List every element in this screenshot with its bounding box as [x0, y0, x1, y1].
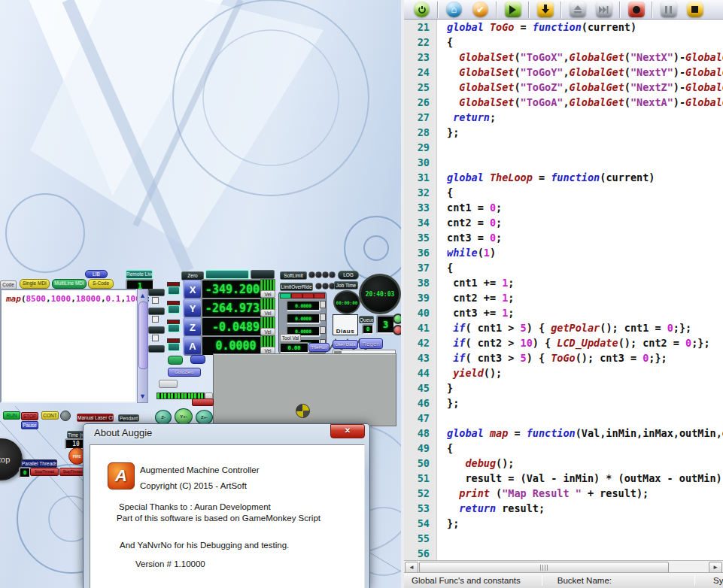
status-separator — [694, 575, 695, 586]
about-dialog: About Auggie ✕ A Augmented Machine Contr… — [83, 423, 370, 588]
pause-script-button[interactable] — [656, 2, 681, 18]
home-button[interactable]: ⌂ — [442, 2, 466, 18]
code-line: 42 if( cnt2 > 10) { LCD_Update(); cnt2 =… — [404, 335, 723, 350]
tool-val-button[interactable]: Tool Val — [280, 334, 301, 342]
stop-button[interactable]: STOP — [21, 412, 38, 420]
dialog-close-button[interactable]: ✕ — [330, 424, 365, 438]
offsets-header — [280, 293, 291, 299]
cont-button[interactable]: CONT — [41, 411, 59, 420]
mdi-editor[interactable]: map(8500,1000,18000,0.1,100); — [0, 289, 137, 403]
stop-script-button[interactable] — [682, 2, 707, 18]
axis-side-button[interactable] — [168, 305, 180, 314]
code-line: 40 cnt3 += 1; — [404, 305, 723, 320]
offset-button[interactable] — [320, 314, 326, 321]
scroll-up-icon[interactable]: ▲ — [138, 291, 147, 300]
vel-meter — [260, 298, 275, 310]
limit-led — [308, 271, 315, 278]
code-line: 46}; — [404, 396, 723, 411]
stop-thread-button[interactable]: StopThread — [30, 468, 59, 476]
user-data-button[interactable]: User Data — [333, 340, 358, 349]
script-editor-panel: ⌂ ✔ — [401, 0, 723, 588]
threads-count-display: 0 — [19, 467, 31, 478]
close-icon: ✕ — [345, 426, 351, 435]
lib-button[interactable]: LIB — [85, 270, 108, 278]
pause-button[interactable]: Pause — [21, 421, 38, 429]
mini-button[interactable] — [148, 345, 165, 353]
mini-toggle[interactable] — [152, 297, 159, 304]
mini-button[interactable] — [148, 289, 165, 296]
vel-button[interactable]: Vel — [260, 290, 275, 298]
axis-button-x[interactable]: X — [183, 280, 202, 299]
power-button[interactable] — [409, 2, 434, 18]
limitoverride-button[interactable]: LimitOverRide — [280, 283, 313, 291]
line-number: 56 — [404, 546, 437, 561]
axis-button-z[interactable]: Z — [183, 317, 202, 337]
confirm-button[interactable]: ✔ — [468, 2, 493, 18]
dialog-title: About Auggie — [94, 427, 152, 438]
line-number: 34 — [404, 215, 437, 230]
stop-thread-button[interactable]: StopThread — [59, 468, 86, 476]
vel-button[interactable]: Vel — [260, 309, 275, 317]
about-version: Version # 1.10000 — [135, 559, 205, 568]
download-button[interactable] — [533, 2, 557, 18]
line-number: 22 — [404, 35, 437, 50]
skip-forward-button[interactable] — [591, 2, 616, 18]
mini-button[interactable] — [168, 356, 183, 365]
vel-button[interactable]: Vel — [260, 328, 275, 335]
line-number: 31 — [404, 170, 437, 185]
red-indicator-button[interactable] — [393, 325, 401, 335]
goto-zero-button[interactable]: GotoZero — [168, 368, 201, 377]
down-arrow-icon — [537, 2, 554, 17]
scode-button[interactable]: S-Code — [88, 279, 114, 289]
queue-button[interactable]: Queue — [359, 316, 374, 323]
mini-button[interactable] — [192, 399, 214, 406]
mini-button[interactable] — [205, 270, 249, 279]
jog-knob-y[interactable]: Y+- — [175, 408, 193, 425]
line-number: 43 — [404, 350, 437, 365]
multiline-mdi-button[interactable]: MultiLine MDI — [52, 279, 87, 289]
mini-button[interactable] — [190, 355, 205, 364]
mini-button[interactable] — [251, 270, 275, 279]
statusbar: Global Func's and constants Bucket Name:… — [404, 572, 723, 588]
log-button[interactable]: LOG — [338, 271, 359, 280]
axis-side-button[interactable] — [168, 286, 180, 295]
code-line: 28}; — [404, 125, 723, 140]
limit-led — [322, 271, 329, 278]
axis-button-y[interactable]: Y — [183, 299, 202, 318]
line-number: 32 — [404, 185, 437, 200]
record-button[interactable] — [624, 2, 649, 18]
softlimit-button[interactable]: SoftLimit — [280, 271, 307, 280]
run-button[interactable]: RUN — [3, 411, 20, 420]
regen-button[interactable]: Regen — [359, 338, 383, 349]
tool-val-display: 0.00 — [279, 342, 309, 353]
eject-button[interactable] — [565, 2, 590, 18]
offset-button[interactable] — [320, 326, 326, 334]
code-line: 47 — [404, 411, 723, 426]
mini-button[interactable] — [148, 308, 165, 315]
horizontal-scrollbar[interactable]: ◄ ► — [404, 560, 723, 573]
axis-button-a[interactable]: A — [183, 336, 202, 356]
pendant-button[interactable]: Pendant — [118, 414, 139, 422]
code-line: 29 — [404, 140, 723, 155]
jog-knob-z-minus[interactable]: Z- — [155, 410, 172, 425]
mini-button[interactable] — [148, 326, 165, 334]
code-editor[interactable]: 21global ToGo = function(current)22{23 G… — [404, 20, 723, 561]
offsets-header — [314, 293, 325, 299]
jog-knob-z-plus[interactable]: Z+- — [196, 410, 213, 425]
run-script-button[interactable] — [500, 2, 525, 18]
single-mdi-button[interactable]: Single MDI — [20, 279, 50, 289]
therun-button[interactable]: TheRun — [308, 343, 330, 352]
offset-button[interactable] — [320, 301, 326, 308]
scrollbar-thumb[interactable] — [138, 302, 148, 369]
scroll-down-icon[interactable]: ▼ — [138, 392, 147, 401]
green-indicator-button[interactable] — [393, 314, 401, 324]
mini-toggle[interactable] — [152, 316, 159, 323]
manual-laser-button[interactable]: Manual Laser Ctrl — [77, 414, 114, 422]
axis-side-button[interactable] — [168, 324, 180, 332]
remote-live-button[interactable]: Remote Live — [126, 270, 153, 279]
jog-button[interactable] — [159, 380, 178, 388]
axis-side-button[interactable] — [168, 343, 180, 351]
feedhold-indicator[interactable] — [60, 411, 71, 421]
mdi-editor-scrollbar[interactable]: ▲ ▼ — [137, 289, 148, 403]
mini-toggle[interactable] — [152, 335, 159, 341]
